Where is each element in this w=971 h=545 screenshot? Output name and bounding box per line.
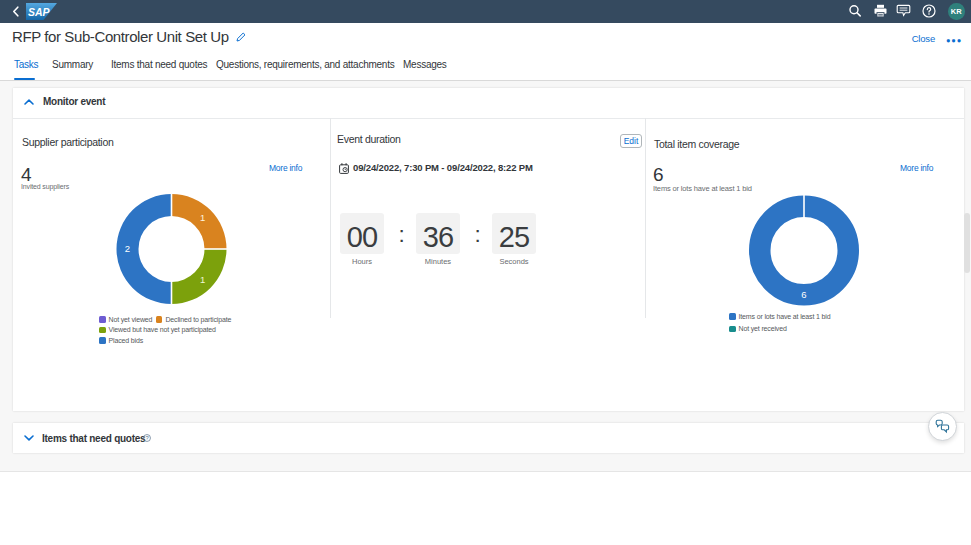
svg-text:?: ?	[145, 435, 148, 441]
svg-text:2: 2	[125, 243, 130, 254]
svg-text:SAP: SAP	[28, 6, 51, 18]
svg-text:1: 1	[200, 212, 205, 223]
svg-text:1: 1	[200, 274, 205, 285]
svg-text:6: 6	[801, 289, 806, 300]
